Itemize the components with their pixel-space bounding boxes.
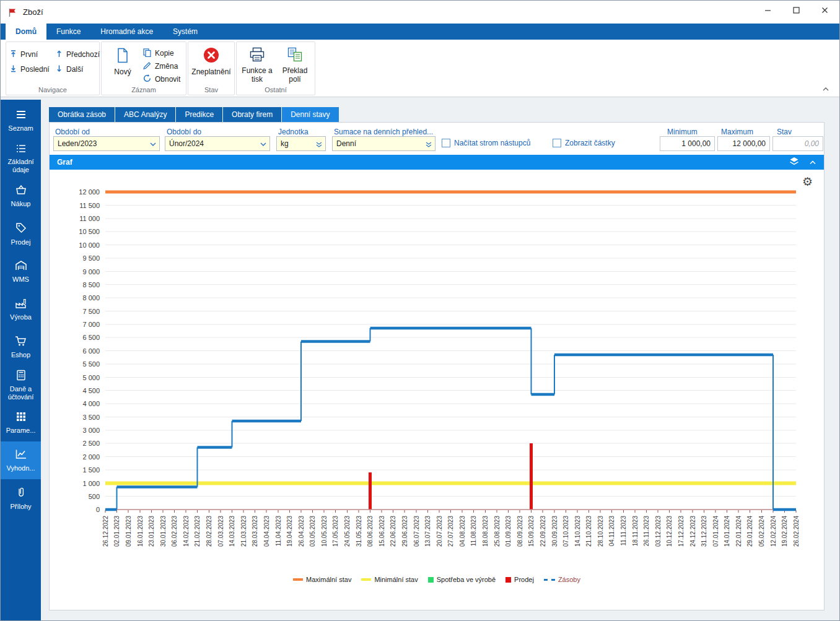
double-chevron-down-icon [426,141,432,147]
tab-denni-stavy[interactable]: Denní stavy [282,107,338,122]
svg-text:11.04.2023: 11.04.2023 [275,516,282,547]
layers-icon[interactable] [789,157,799,168]
svg-text:21.10.2023: 21.10.2023 [585,516,592,547]
tab-abc-analyzy[interactable]: ABC Analýzy [115,107,175,122]
svg-text:31.05.2023: 31.05.2023 [356,516,362,547]
kopie-button[interactable]: Kopie [141,47,182,59]
ribbon-collapse-button[interactable] [822,87,829,92]
checkbox-box[interactable] [553,139,561,147]
stav-input[interactable] [772,136,823,151]
predchozi-button[interactable]: Předchozí [54,47,100,61]
ribbon-tab-domu[interactable]: Domů [6,24,46,40]
sidebar-item-vyroba[interactable]: Výroba [1,290,41,328]
svg-text:21.03.2023: 21.03.2023 [240,516,247,547]
sidebar-item-label: Přílohy [10,503,31,511]
sidebar-item-eshop[interactable]: Eshop [1,328,41,366]
sidebar-item-zakladni-udaje[interactable]: Základní údaje [1,139,41,177]
svg-text:29.01.2024: 29.01.2024 [746,516,753,547]
maximize-button[interactable] [782,1,810,19]
chart-settings-button[interactable]: ⚙ [802,176,813,188]
prvni-button[interactable]: První [8,47,54,61]
svg-text:03.05.2023: 03.05.2023 [309,516,316,547]
legend-label: Maximální stav [306,576,351,583]
svg-text:5 500: 5 500 [82,360,100,368]
maximum-input[interactable] [717,136,770,151]
graf-title: Graf [57,158,72,167]
sidebar-item-parametry[interactable]: Parame... [1,404,41,441]
obdobi-od-combobox[interactable]: Leden/2023 [53,136,160,151]
zmena-button[interactable]: Změna [141,60,182,72]
ribbon-tab-bar: Domů Funkce Hromadné akce Systém [1,24,839,40]
svg-text:30.01.2023: 30.01.2023 [160,516,167,547]
dalsi-button[interactable]: Další [54,62,100,76]
novy-button[interactable]: Nový [108,47,138,77]
checkbox-box[interactable] [442,139,450,147]
graf-collapse-button[interactable] [809,158,816,167]
ribbon-tab-system[interactable]: Systém [163,24,208,40]
prvni-label: První [20,50,38,59]
svg-text:15.09.2023: 15.09.2023 [528,516,535,547]
app-icon [7,7,18,18]
tab-predikce[interactable]: Predikce [176,107,222,122]
svg-text:3 500: 3 500 [82,414,100,421]
posledni-button[interactable]: Poslední [8,62,54,76]
legend-item: Prodej [505,576,534,583]
cart-icon [14,335,28,349]
sumace-combobox[interactable]: Denní [332,136,435,151]
previous-record-icon [55,50,63,59]
sidebar-item-nakup[interactable]: Nákup [1,177,41,215]
svg-text:18.11.2023: 18.11.2023 [632,516,639,547]
ribbon-tab-hromadne-akce[interactable]: Hromadné akce [90,24,163,40]
obnovit-label: Obnovit [155,75,180,84]
svg-text:2 000: 2 000 [82,453,100,461]
close-button[interactable] [810,1,839,19]
sidebar-item-seznam[interactable]: Seznam [1,102,41,139]
svg-text:28.02.2023: 28.02.2023 [206,516,212,547]
minimize-button[interactable] [753,1,782,19]
svg-text:28.03.2023: 28.03.2023 [252,516,258,547]
ribbon-tab-funkce[interactable]: Funkce [46,24,90,40]
sidebar-item-label: Seznam [8,124,33,132]
obdobi-do-value: Únor/2024 [169,139,204,148]
window-title: Zboží [23,7,43,17]
minimum-input[interactable] [660,136,715,151]
sidebar-item-wms[interactable]: WMS [1,253,41,290]
svg-text:02.01.2023: 02.01.2023 [113,516,120,547]
zneplatneni-button[interactable]: Zneplatnění [190,46,232,77]
sidebar-item-label: Daně a účtování [1,385,40,401]
svg-text:14.10.2023: 14.10.2023 [574,516,581,547]
svg-text:18.08.2023: 18.08.2023 [482,516,489,547]
preklad-poli-button[interactable]: Překlad polí [278,47,312,84]
double-chevron-down-icon [316,141,322,147]
zobrazit-castky-checkbox[interactable]: Zobrazit částky [553,139,615,147]
svg-text:04.08.2023: 04.08.2023 [459,516,466,547]
sumace-value: Denní [336,139,356,148]
copy-icon [142,48,152,59]
sidebar-item-vyhodnoceni[interactable]: Vyhodn... [1,441,41,479]
svg-text:23.01.2023: 23.01.2023 [148,516,155,547]
svg-text:14.01.2024: 14.01.2024 [724,516,730,547]
nacitat-strom-checkbox[interactable]: Načítat strom nástupců [442,139,530,147]
obdobi-do-combobox[interactable]: Únor/2024 [165,136,270,151]
sidebar-item-dane-a-uctovani[interactable]: Daně a účtování [1,366,41,404]
calculator-icon [15,369,27,383]
sidebar-item-prilohy[interactable]: Přílohy [1,479,41,517]
svg-text:28.10.2023: 28.10.2023 [597,516,604,547]
tab-obratka-zasob[interactable]: Obrátka zásob [49,107,115,122]
legend-marker [293,578,303,581]
svg-text:5 000: 5 000 [82,374,100,381]
obnovit-button[interactable]: Obnovit [141,73,182,85]
svg-text:14.02.2023: 14.02.2023 [183,516,190,547]
svg-text:10.12.2023: 10.12.2023 [666,516,673,547]
funkce-a-tisk-button[interactable]: Funkce a tisk [240,47,274,84]
svg-text:03.12.2023: 03.12.2023 [655,516,662,547]
jednotka-combobox[interactable]: kg [276,136,326,151]
tab-obraty-firem[interactable]: Obraty firem [223,107,281,122]
sidebar-item-prodej[interactable]: Prodej [1,215,41,253]
svg-text:05.02.2024: 05.02.2024 [758,516,765,547]
sidebar-item-label: Základní údaje [1,158,40,173]
legend-label: Prodej [514,576,534,583]
svg-text:11 500: 11 500 [79,202,100,209]
legend-marker [544,579,555,581]
list-details-icon [15,143,27,156]
